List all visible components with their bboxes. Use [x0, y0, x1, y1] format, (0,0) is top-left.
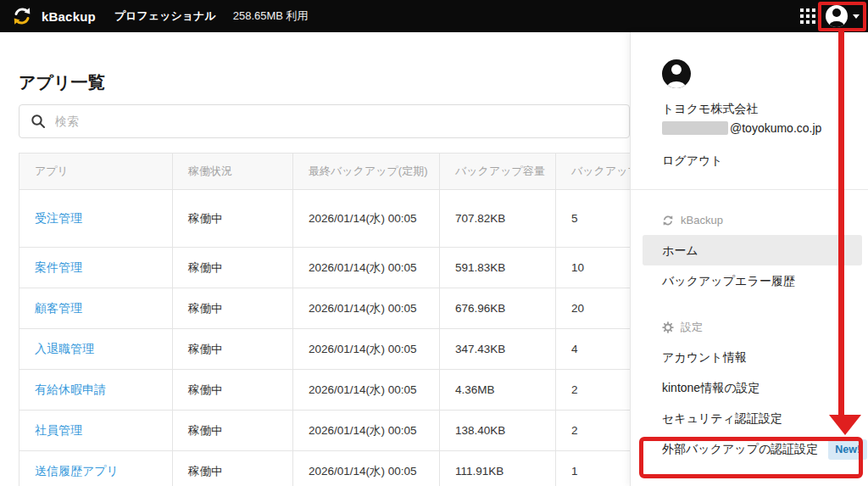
sync-arrows-icon: [662, 215, 674, 226]
status-cell: 稼働中: [173, 451, 293, 486]
company-name: トヨクモ株式会社: [662, 102, 853, 117]
kbackup-menu-list: ホーム バックアップエラー履歴: [631, 235, 868, 296]
column-header: アプリ: [19, 154, 173, 190]
menu-item-label: 外部バックアップの認証設定: [662, 442, 818, 455]
size-cell: 676.96KB: [440, 288, 556, 329]
size-cell: 591.83KB: [440, 248, 556, 288]
status-cell: 稼働中: [173, 248, 293, 288]
menu-item[interactable]: セキュリティ認証設定: [643, 403, 862, 433]
plan-label: プロフェッショナル: [114, 8, 216, 24]
app-link[interactable]: 受注管理: [35, 211, 82, 225]
status-cell: 稼働中: [173, 190, 293, 248]
status-cell: 稼働中: [173, 370, 293, 411]
menu-item[interactable]: アカウント情報: [643, 342, 862, 372]
app-cell: 受注管理: [19, 190, 173, 248]
page-title: アプリ一覧: [19, 71, 104, 94]
topbar: kBackup プロフェッショナル 258.65MB 利用: [0, 0, 868, 32]
search-icon: [31, 114, 46, 129]
logout-button[interactable]: ログアウト: [662, 154, 723, 169]
app-cell: 社員管理: [19, 411, 173, 451]
status-cell: 稼働中: [173, 329, 293, 370]
menu-item-label: セキュリティ認証設定: [662, 411, 782, 425]
column-header: 稼働状況: [173, 154, 293, 190]
divider: [631, 189, 868, 190]
section-settings-label: 設定: [681, 320, 703, 335]
topbar-right: [800, 0, 868, 32]
brand-name: kBackup: [42, 9, 96, 24]
menu-item[interactable]: kintone情報の設定: [643, 372, 862, 403]
section-kbackup-label: kBackup: [681, 214, 723, 226]
avatar-icon: [662, 59, 691, 88]
app-cell: 有給休暇申請: [19, 370, 173, 411]
search-box: [19, 104, 630, 138]
kbackup-app-window: kBackup プロフェッショナル 258.65MB 利用 アプリ一覧 アプリ: [0, 0, 868, 486]
size-cell: 347.43KB: [440, 329, 556, 370]
app-link[interactable]: 送信履歴アプリ: [35, 464, 119, 478]
last-backup-cell: 2026/01/14(水) 00:05: [293, 411, 440, 451]
size-cell: 707.82KB: [440, 190, 556, 248]
size-cell: 138.40KB: [440, 411, 556, 451]
account-email: @toyokumo.co.jp: [662, 121, 853, 135]
section-settings: 設定: [662, 320, 868, 335]
app-cell: 案件管理: [19, 248, 173, 288]
app-cell: 顧客管理: [19, 288, 173, 329]
redacted-email-local-part: [662, 121, 728, 135]
size-cell: 111.91KB: [440, 451, 556, 486]
chevron-down-icon: [853, 14, 860, 19]
app-link[interactable]: 社員管理: [35, 423, 82, 437]
menu-item-label: バックアップエラー履歴: [662, 274, 795, 288]
section-kbackup: kBackup: [662, 214, 868, 226]
storage-usage-label: 258.65MB 利用: [233, 8, 309, 24]
app-link[interactable]: 案件管理: [35, 260, 82, 274]
status-cell: 稼働中: [173, 288, 293, 329]
status-cell: 稼働中: [173, 411, 293, 451]
account-icon: [826, 5, 848, 27]
menu-item[interactable]: バックアップエラー履歴: [643, 265, 862, 296]
last-backup-cell: 2026/01/14(水) 00:05: [293, 190, 440, 248]
new-badge: New!: [828, 439, 867, 460]
menu-item-label: kintone情報の設定: [662, 381, 760, 394]
settings-menu-list: アカウント情報 kintone情報の設定 セキュリティ認証設定 外部バックアップ…: [631, 342, 868, 464]
last-backup-cell: 2026/01/14(水) 00:05: [293, 248, 440, 288]
menu-item[interactable]: ホーム: [643, 235, 862, 265]
last-backup-cell: 2026/01/14(水) 00:05: [293, 329, 440, 370]
app-cell: 送信履歴アプリ: [19, 451, 173, 486]
last-backup-cell: 2026/01/14(水) 00:05: [293, 370, 440, 411]
app-cell: 入退職管理: [19, 329, 173, 370]
email-domain: @toyokumo.co.jp: [730, 121, 821, 135]
app-link[interactable]: 顧客管理: [35, 301, 82, 315]
account-info-block: トヨクモ株式会社 @toyokumo.co.jp ログアウト: [631, 32, 868, 169]
gear-icon: [662, 321, 674, 333]
size-cell: 4.36MB: [440, 370, 556, 411]
kbackup-logo-icon: [12, 6, 32, 26]
column-header: バックアップ容量: [440, 154, 556, 190]
account-menu-panel: トヨクモ株式会社 @toyokumo.co.jp ログアウト kBackup ホ…: [630, 32, 868, 486]
menu-item-label: アカウント情報: [662, 350, 747, 364]
account-menu-button[interactable]: [826, 0, 860, 32]
apps-grid-icon[interactable]: [800, 8, 815, 24]
last-backup-cell: 2026/01/14(水) 00:05: [293, 288, 440, 329]
menu-item[interactable]: 外部バックアップの認証設定New!: [643, 433, 862, 464]
menu-item-label: ホーム: [662, 243, 698, 257]
app-link[interactable]: 有給休暇申請: [35, 383, 106, 396]
search-input[interactable]: [55, 115, 618, 128]
app-link[interactable]: 入退職管理: [35, 342, 94, 355]
column-header: 最終バックアップ(定期): [293, 154, 440, 190]
last-backup-cell: 2026/01/14(水) 00:05: [293, 451, 440, 486]
